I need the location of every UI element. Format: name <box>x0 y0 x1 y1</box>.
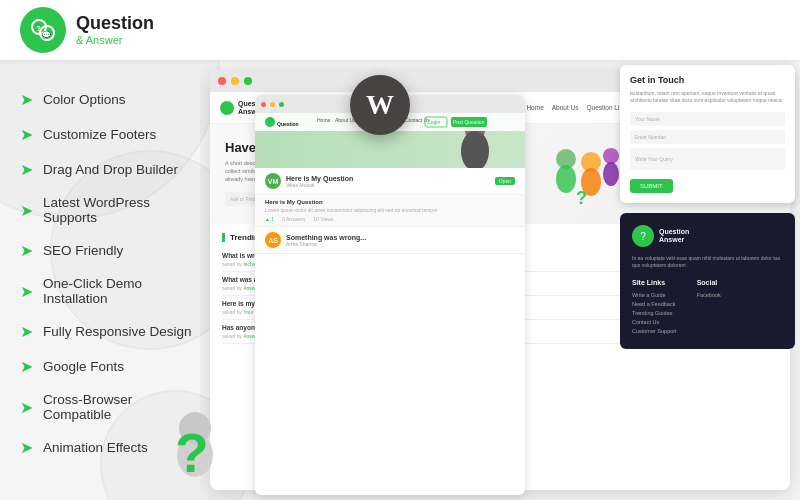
dark-logo: ? QuestionAnswer <box>632 225 783 247</box>
logo-text: Question & Answer <box>76 13 154 48</box>
svg-text:Contact Us: Contact Us <box>405 117 430 123</box>
logo-ampersand: & Answer <box>76 34 154 47</box>
dark-links: Site Links Write a Guide Need a Feedback… <box>632 279 783 337</box>
right-overlay: Get in Touch laudantium, totam rem aperi… <box>620 65 795 495</box>
svg-point-11 <box>603 148 619 164</box>
social-links-col: Social Facebook <box>697 279 721 337</box>
content-preview: Here is My Question Lorem ipsum dolor si… <box>255 195 525 227</box>
question-author: Vikas Mukati <box>286 182 490 188</box>
feature-seo: ➤ SEO Friendly <box>20 241 200 260</box>
dark-logo-text: QuestionAnswer <box>659 228 689 245</box>
arrow-icon: ➤ <box>20 282 33 301</box>
arrow-icon: ➤ <box>20 201 33 220</box>
vote-row: ▲ 1 0 Answers 10 Views <box>265 216 515 222</box>
git-name-placeholder: Your Name <box>635 116 660 122</box>
arrow-icon: ➤ <box>20 160 33 179</box>
git-description: laudantium, totam rem aperiam, eaque inv… <box>630 90 785 104</box>
svg-text:?: ? <box>175 422 209 480</box>
avatar-artha: AS <box>265 232 281 248</box>
site-links-title: Site Links <box>632 279 677 286</box>
wp-letter: W <box>366 89 394 121</box>
svg-text:Login: Login <box>428 119 440 125</box>
site-link-5: Customer Support <box>632 328 677 334</box>
git-number-field[interactable]: Enter Number <box>630 130 785 144</box>
svg-text:?: ? <box>36 24 41 33</box>
feature-label: Google Fonts <box>43 359 124 374</box>
feature-label: Drag And Drop Builder <box>43 162 178 177</box>
svg-text:💬: 💬 <box>42 30 51 39</box>
feature-drag-drop: ➤ Drag And Drop Builder <box>20 160 200 179</box>
user-question-row-1: VM Here is My Question Vikas Mukati Open <box>255 168 525 195</box>
content-body: Lorem ipsum dolor sit amet consectetur a… <box>265 207 515 213</box>
bo-dot-red <box>261 102 266 107</box>
git-name-field[interactable]: Your Name <box>630 112 785 126</box>
bo-dot-green <box>279 102 284 107</box>
dark-info-panel: ? QuestionAnswer In ea voluptate velit e… <box>620 213 795 349</box>
dark-description: In ea voluptate velit esse quam nihil mo… <box>632 255 783 269</box>
svg-text:?: ? <box>576 188 587 208</box>
git-query-field[interactable]: Write Your Query <box>630 148 785 170</box>
git-number-placeholder: Enter Number <box>635 134 666 140</box>
nav-link-about: About Us <box>552 104 579 111</box>
feature-label: One-Click Demo Installation <box>43 276 200 306</box>
open-badge: Open <box>495 177 515 185</box>
avatar-vikas: VM <box>265 173 281 189</box>
arrow-icon: ➤ <box>20 241 33 260</box>
view-count: 10 Views <box>313 216 333 222</box>
site-link-2: Need a Feedback <box>632 301 677 307</box>
browser-dot-yellow <box>231 77 239 85</box>
social-title: Social <box>697 279 721 286</box>
git-query-placeholder: Write Your Query <box>635 156 673 162</box>
arrow-icon: ➤ <box>20 322 33 341</box>
social-facebook: Facebook <box>697 292 721 298</box>
arrow-icon: ➤ <box>20 398 33 417</box>
site-link-4: Contact Us <box>632 319 677 325</box>
arrow-icon: ➤ <box>20 438 33 457</box>
browser-dot-green <box>244 77 252 85</box>
arrow-icon: ➤ <box>20 125 33 144</box>
site-logo-dot <box>220 101 234 115</box>
feature-label: Animation Effects <box>43 440 148 455</box>
preview-area: QuestionAnswer Home About Us Question Li… <box>200 60 800 500</box>
header: ? 💬 Question & Answer <box>0 0 800 60</box>
feature-label: Fully Responsive Design <box>43 324 192 339</box>
user-question-row-2: AS Something was wrong... Artha Sharma <box>255 227 525 254</box>
feature-label: Color Options <box>43 92 126 107</box>
answer-count: 0 Answers <box>282 216 305 222</box>
feature-label: SEO Friendly <box>43 243 123 258</box>
svg-text:Home: Home <box>317 117 331 123</box>
question-title-2: Something was wrong... <box>286 234 515 241</box>
site-link-1: Write a Guide <box>632 292 677 298</box>
content-title: Here is My Question <box>265 199 515 205</box>
svg-point-8 <box>556 165 576 193</box>
question-user-text-2: Something was wrong... Artha Sharma <box>286 234 515 247</box>
question-mark-figure: ? <box>155 390 235 480</box>
bo-dot-yellow <box>270 102 275 107</box>
question-author-2: Artha Sharma <box>286 241 515 247</box>
logo-icon: ? 💬 <box>20 7 66 53</box>
wordpress-logo: W <box>350 75 410 135</box>
feature-responsive: ➤ Fully Responsive Design <box>20 322 200 341</box>
feature-wp-supports: ➤ Latest WordPress Supports <box>20 195 200 225</box>
arrow-icon: ➤ <box>20 90 33 109</box>
arrow-icon: ➤ <box>20 357 33 376</box>
feature-google-fonts: ➤ Google Fonts <box>20 357 200 376</box>
avatar-initials: VM <box>268 178 279 185</box>
svg-text:Question: Question <box>277 121 299 127</box>
get-in-touch-card: Get in Touch laudantium, totam rem aperi… <box>620 65 795 203</box>
feature-demo-install: ➤ One-Click Demo Installation <box>20 276 200 306</box>
svg-point-12 <box>603 162 619 186</box>
feature-label: Latest WordPress Supports <box>43 195 200 225</box>
nav-link-qlist: Question List <box>587 104 625 111</box>
nav-link-home: Home <box>526 104 543 111</box>
git-submit-btn[interactable]: SUBMIT <box>630 179 673 193</box>
avatar-initials-2: AS <box>268 237 278 244</box>
question-user-text: Here is My Question Vikas Mukati <box>286 175 490 188</box>
feature-customize-footers: ➤ Customize Footers <box>20 125 200 144</box>
vote-count: ▲ 1 <box>265 216 274 222</box>
overlay-browser: Question Home About Us Question List Blo… <box>255 95 525 495</box>
logo-container: ? 💬 Question & Answer <box>20 7 154 53</box>
svg-text:Post Question: Post Question <box>453 119 485 125</box>
feature-color-options: ➤ Color Options <box>20 90 200 109</box>
feature-label: Customize Footers <box>43 127 156 142</box>
